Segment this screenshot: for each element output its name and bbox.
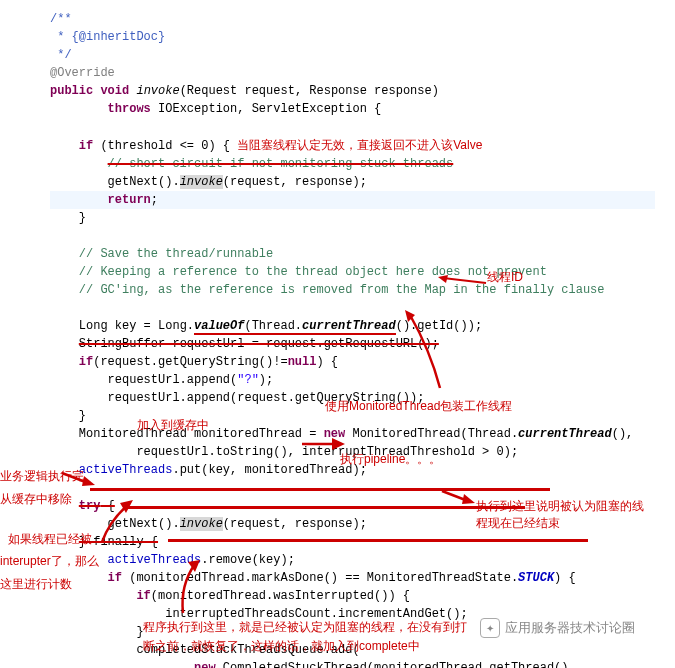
doc-line2: * {@inheritDoc} <box>50 30 165 44</box>
arrow-stuck <box>440 488 480 506</box>
if-qs: (request.getQueryString()!= <box>93 355 287 369</box>
arrow-threadid <box>438 275 488 295</box>
at-remove: .remove(key); <box>201 553 295 567</box>
watermark-text: 应用服务器技术讨论圈 <box>505 618 635 638</box>
null1: null <box>288 355 317 369</box>
sb-decl: StringBuffer requestUrl = request.getReq… <box>79 337 439 351</box>
kw-void: void <box>100 84 129 98</box>
arrow-interrupted <box>100 500 135 545</box>
kw-if3: if <box>108 571 122 585</box>
throws-ex: IOException, ServletException { <box>151 102 381 116</box>
invoke-hl2: invoke <box>180 517 223 531</box>
threshold-cond: (threshold <= 0) { <box>93 139 237 153</box>
arrow-complete <box>175 560 205 615</box>
new2: new <box>194 661 216 668</box>
stuck-end: ) { <box>554 571 576 585</box>
anno-bizlogic: 业务逻辑执行完 <box>0 467 84 485</box>
anno-cache-remove: 从缓存中移除 <box>0 490 72 508</box>
kw-if2: if <box>79 355 93 369</box>
anno-monitored: 使用MonitoredThread包装工作线程 <box>325 397 512 415</box>
stuck: STUCK <box>518 571 554 585</box>
svg-marker-0 <box>438 275 448 283</box>
append-q-end: ); <box>259 373 273 387</box>
anno-cache-add: 加入到缓存中 <box>137 416 209 434</box>
thread-curr: (Thread. <box>244 319 302 335</box>
anno-stuck2: 程现在已经结束 <box>476 514 560 532</box>
getnext1: getNext(). <box>108 175 180 189</box>
save-comment: // Save the thread/runnable <box>79 247 273 261</box>
arrow-pipeline <box>300 435 345 453</box>
append-q: requestUrl.append( <box>108 373 238 387</box>
short-circuit-comment: // short-circuit if not monitoring stuck… <box>108 157 454 171</box>
svg-marker-2 <box>332 438 345 450</box>
q-str: "?" <box>237 373 259 387</box>
method-invoke: invoke <box>136 84 179 98</box>
getnext1-args: (request, response); <box>223 175 367 189</box>
anno-interrupted3: 这里进行计数 <box>0 575 72 593</box>
current-thread: currentThread <box>302 319 396 335</box>
mt-ctor2: (), <box>612 427 634 441</box>
anno-interrupted2: interupter了，那么 <box>0 552 99 570</box>
arrow-monitored <box>400 310 450 390</box>
sig-params: (Request request, Response response) <box>180 84 439 98</box>
kw-try: try <box>79 499 101 513</box>
anno-stuck1: 执行到这里说明被认为阻塞的线 <box>476 497 644 515</box>
kw-return: return <box>108 193 151 207</box>
valueof: valueOf <box>194 319 244 335</box>
anno-complete1: 程序执行到这里，就是已经被认定为阻塞的线程，在没有到打 <box>143 618 467 636</box>
kw-if1: if <box>79 139 93 153</box>
override-annotation: @Override <box>50 66 115 80</box>
long-decl: Long key = Long. <box>79 319 194 333</box>
svg-marker-5 <box>462 494 475 504</box>
if-qs-end: ) { <box>316 355 338 369</box>
return-semi: ; <box>151 193 158 207</box>
at-put-args: .put(key, monitoredThread); <box>172 463 366 477</box>
kw-throws: throws <box>108 102 151 116</box>
ct2: currentThread <box>518 427 612 441</box>
getnext2-args: (request, response); <box>223 517 367 531</box>
anno-complete2: 断之前，就恢复了，这样的话，就加入到complete中 <box>143 637 420 655</box>
anno-threadid: 线程ID <box>487 268 523 286</box>
cst-ctor: CompletedStuckThread(monitoredThread.get… <box>216 661 576 668</box>
doc-line1: /** <box>50 12 72 26</box>
kw-public: public <box>50 84 93 98</box>
gc-comment: // GC'ing, as the reference is removed f… <box>79 283 605 297</box>
kw-if4: if <box>136 589 150 603</box>
watermark-icon: ✦ <box>480 618 500 638</box>
watermark: ✦ 应用服务器技术讨论圈 <box>480 618 635 638</box>
anno-interrupted1: 如果线程已经被 <box>8 530 92 548</box>
doc-line3: */ <box>50 48 72 62</box>
anno-valve: 当阻塞线程认定无效，直接返回不进入该Valve <box>237 138 482 152</box>
anno-pipeline: 执行pipeline。。。 <box>340 450 441 468</box>
invoke-hl1: invoke <box>180 175 223 189</box>
mt-ctor: MonitoredThread(Thread. <box>345 427 518 441</box>
